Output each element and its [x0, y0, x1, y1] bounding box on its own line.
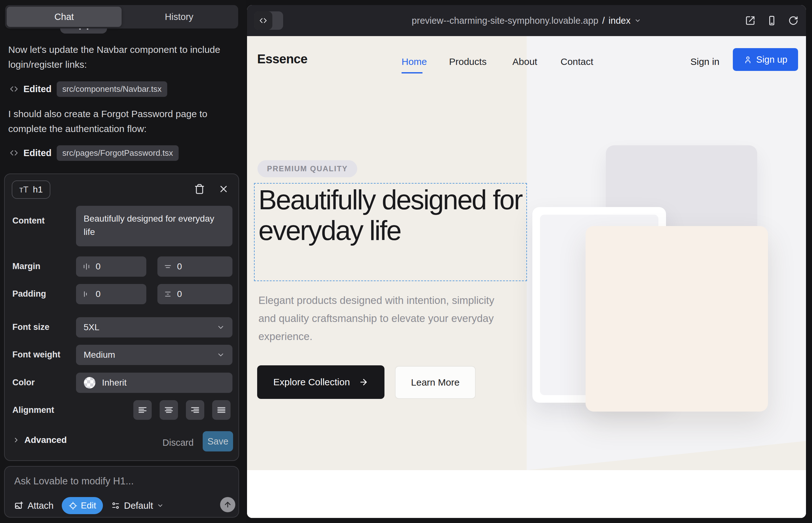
edited-label: Edited [23, 148, 52, 158]
chevron-right-icon [12, 436, 20, 444]
sliders-icon [111, 501, 120, 510]
chat-sidebar: Chat History Now let's update the Navbar… [0, 0, 246, 523]
prompt-input[interactable] [14, 475, 217, 487]
nav-home[interactable]: Home [402, 56, 427, 67]
user-icon [744, 55, 752, 64]
edited-file-row[interactable]: Edited src/pages/ForgotPassword.tsx [10, 145, 179, 161]
element-editor-panel: ᴛT h1 Content Beautifully designed for e… [4, 174, 239, 461]
chevron-down-icon [157, 502, 164, 509]
model-default-select[interactable]: Default [111, 501, 164, 511]
chevron-down-icon [634, 17, 641, 24]
margin-y-input[interactable]: 0 [157, 256, 232, 277]
code-icon [10, 148, 18, 157]
chat-history-tabbar: Chat History [5, 5, 238, 29]
code-icon [254, 12, 272, 30]
send-button[interactable] [220, 497, 235, 512]
align-left-button[interactable] [133, 400, 152, 420]
margin-horizontal-icon [82, 263, 91, 271]
hero-section: Essence Home Products About Contact Sign… [247, 36, 806, 470]
url-separator: / [602, 16, 604, 26]
align-justify-button[interactable] [212, 400, 231, 420]
hero-description: Elegant products designed with intention… [259, 291, 512, 345]
chat-composer: Attach Edit Default [4, 466, 239, 518]
sign-up-button[interactable]: Sign up [733, 48, 798, 71]
save-button[interactable]: Save [203, 431, 233, 451]
nav-contact[interactable]: Contact [561, 56, 593, 67]
site-canvas: Essence Home Products About Contact Sign… [247, 36, 806, 518]
url-page: index [609, 16, 631, 26]
delete-element-button[interactable] [194, 184, 205, 194]
nav-products[interactable]: Products [449, 56, 487, 67]
decorative-card-cream [586, 226, 768, 412]
align-right-button[interactable] [186, 400, 204, 420]
discard-button[interactable]: Discard [162, 437, 194, 448]
assistant-message: I should also create a Forgot Password p… [8, 106, 230, 136]
file-path-pill[interactable]: src/pages/ForgotPassword.tsx [57, 145, 179, 161]
edit-mode-button[interactable]: Edit [62, 497, 103, 514]
edited-label: Edited [23, 84, 52, 94]
hero-headline[interactable]: Beautifully designed for everyday life [259, 184, 525, 246]
preview-window: preview--charming-site-symphony.lovable.… [247, 5, 806, 518]
align-center-button[interactable] [160, 400, 178, 420]
site-logo[interactable]: Essence [257, 52, 307, 66]
mobile-view-icon[interactable] [767, 16, 777, 26]
text-element-icon: ᴛT [19, 185, 29, 195]
learn-more-button[interactable]: Learn More [395, 366, 476, 399]
padding-vertical-icon [164, 290, 172, 298]
attach-image-icon [14, 501, 24, 510]
file-path-pill[interactable]: src/components/Navbar.tsx [57, 82, 167, 97]
padding-y-input[interactable]: 0 [157, 284, 232, 304]
code-icon [10, 85, 18, 93]
preview-toolbar: preview--charming-site-symphony.lovable.… [247, 5, 806, 36]
alignment-label: Alignment [12, 405, 54, 415]
sign-in-link[interactable]: Sign in [690, 56, 720, 67]
selected-element-chip[interactable]: ᴛT h1 [12, 180, 50, 199]
font-size-select[interactable]: 5XL [76, 317, 232, 338]
font-weight-label: Font weight [12, 350, 60, 360]
chevron-down-icon [217, 351, 225, 359]
padding-label: Padding [12, 289, 46, 299]
chevron-down-icon [217, 323, 225, 331]
tab-chat[interactable]: Chat [7, 7, 122, 27]
color-select[interactable]: Inherit [76, 373, 232, 393]
target-icon [69, 502, 77, 510]
edited-file-row[interactable]: Edited src/components/Navbar.tsx [10, 81, 167, 97]
attach-button[interactable]: Attach [14, 501, 54, 511]
tab-history[interactable]: History [122, 7, 236, 27]
premium-quality-badge: PREMIUM QUALITY [258, 160, 357, 177]
content-label: Content [12, 216, 45, 226]
font-weight-select[interactable]: Medium [76, 345, 232, 365]
code-view-toggle[interactable] [254, 12, 283, 30]
color-label: Color [12, 378, 35, 387]
transparent-color-swatch [84, 377, 96, 389]
font-size-label: Font size [12, 322, 49, 332]
element-tag: h1 [33, 184, 43, 195]
nav-about[interactable]: About [512, 56, 537, 67]
close-panel-button[interactable] [218, 184, 229, 194]
refresh-icon[interactable] [788, 16, 798, 26]
padding-horizontal-icon [82, 290, 91, 298]
assistant-message: Now let's update the Navbar component to… [8, 42, 230, 72]
preview-url: preview--charming-site-symphony.lovable.… [412, 16, 598, 26]
decorative-wedge [527, 441, 806, 470]
margin-x-input[interactable]: 0 [76, 256, 146, 277]
content-input[interactable]: Beautifully designed for everyday life [76, 206, 232, 246]
open-external-icon[interactable] [745, 16, 755, 26]
explore-collection-button[interactable]: Explore Collection [257, 365, 385, 399]
advanced-toggle[interactable]: Advanced [12, 435, 67, 445]
padding-x-input[interactable]: 0 [76, 284, 146, 304]
arrow-right-icon [359, 377, 368, 387]
url-bar[interactable]: preview--charming-site-symphony.lovable.… [412, 5, 641, 36]
margin-label: Margin [12, 262, 40, 271]
margin-vertical-icon [164, 263, 172, 271]
active-nav-underline [402, 72, 422, 73]
